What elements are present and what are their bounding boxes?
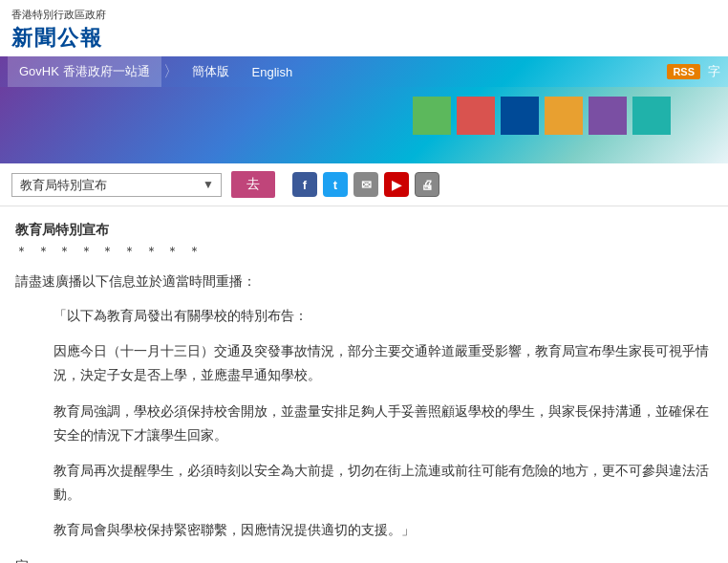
- email-icon[interactable]: ✉: [353, 172, 378, 197]
- banner-block-orange: [545, 97, 583, 135]
- banner-blocks: [413, 97, 671, 135]
- rss-button[interactable]: RSS: [667, 64, 700, 79]
- header: 香港特別行政區政府 新聞公報: [0, 0, 728, 56]
- article: 「以下為教育局發出有關學校的特別布告： 因應今日（十一月十三日）交通及突發事故情…: [15, 304, 713, 543]
- category-select-wrapper: 教育局特別宣布 ▼: [11, 173, 222, 197]
- nav-english[interactable]: English: [241, 56, 305, 87]
- broadcast-label: 請盡速廣播以下信息並於適當時間重播：: [15, 273, 713, 291]
- banner: [0, 87, 728, 163]
- zoom-icon[interactable]: 字: [708, 63, 720, 80]
- gov-label: 香港特別行政區政府: [11, 8, 717, 22]
- article-p4: 教育局再次提醒學生，必須時刻以安全為大前提，切勿在街上流連或前往可能有危險的地方…: [15, 459, 713, 507]
- go-button[interactable]: 去: [231, 171, 275, 198]
- content: 教育局特別宣布 ＊ ＊ ＊ ＊ ＊ ＊ ＊ ＊ ＊ 請盡速廣播以下信息並於適當時…: [0, 206, 728, 563]
- nav-right: RSS 字: [667, 63, 720, 80]
- content-title: 教育局特別宣布: [15, 222, 713, 239]
- facebook-icon[interactable]: f: [292, 172, 317, 197]
- article-p5: 教育局會與學校保持緊密聯繫，因應情況提供適切的支援。」: [15, 518, 713, 542]
- nav-govhk[interactable]: GovHK 香港政府一站通: [8, 56, 161, 87]
- navbar: GovHK 香港政府一站通 〉 簡体版 English RSS 字: [0, 56, 728, 87]
- banner-block-purple: [589, 97, 627, 135]
- nav-divider1: 〉: [163, 62, 179, 82]
- banner-block-teal: [632, 97, 671, 135]
- category-select[interactable]: 教育局特別宣布: [11, 173, 222, 197]
- social-icons: f t ✉ ▶ 🖨: [292, 172, 439, 197]
- article-p1: 「以下為教育局發出有關學校的特別布告：: [15, 304, 713, 328]
- youtube-icon[interactable]: ▶: [384, 172, 409, 197]
- banner-block-green: [413, 97, 451, 135]
- end-mark: 完: [15, 558, 713, 564]
- nav-simplified[interactable]: 簡体版: [181, 56, 241, 87]
- article-p3: 教育局強調，學校必須保持校舍開放，並盡量安排足夠人手妥善照顧返學校的學生，與家長…: [15, 400, 713, 447]
- toolbar: 教育局特別宣布 ▼ 去 f t ✉ ▶ 🖨: [0, 163, 728, 206]
- twitter-icon[interactable]: t: [323, 172, 348, 197]
- print-icon[interactable]: 🖨: [415, 172, 439, 197]
- stars-decoration: ＊ ＊ ＊ ＊ ＊ ＊ ＊ ＊ ＊: [15, 243, 713, 260]
- article-p2: 因應今日（十一月十三日）交通及突發事故情況，部分主要交通幹道嚴重受影響，教育局宣…: [15, 339, 713, 387]
- site-title: 新聞公報: [11, 24, 717, 53]
- banner-block-red: [457, 97, 495, 135]
- banner-block-blue: [501, 97, 539, 135]
